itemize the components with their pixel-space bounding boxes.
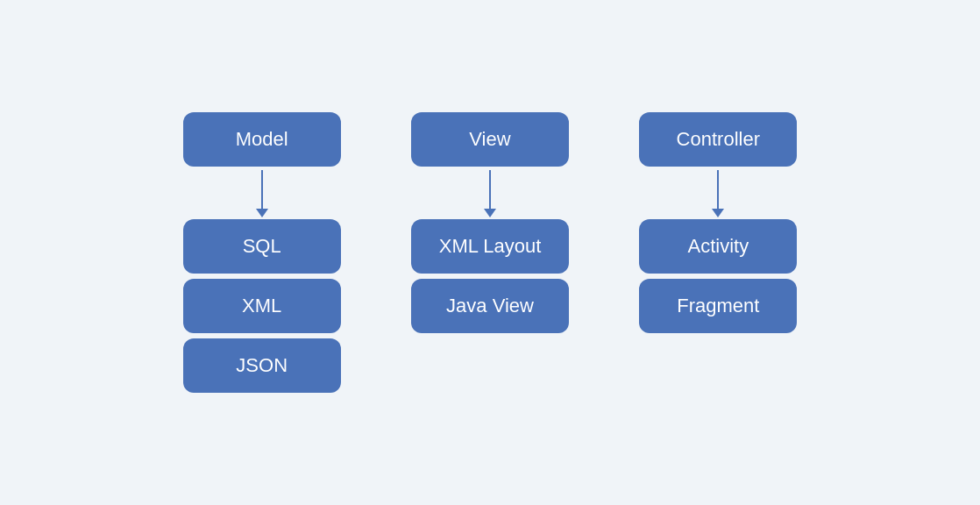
activity-box: Activity — [639, 219, 797, 274]
json-label: JSON — [236, 354, 288, 376]
controller-arrow — [712, 167, 724, 219]
view-label: View — [469, 128, 510, 150]
sql-label: SQL — [243, 235, 281, 257]
model-sub-boxes: SQL XML JSON — [183, 219, 341, 393]
fragment-box: Fragment — [639, 279, 797, 333]
xml-layout-label: XML Layout — [439, 235, 542, 257]
sql-box: SQL — [183, 219, 341, 274]
mvc-diagram: Model SQL XML JSON View XML Layout Java … — [148, 77, 833, 428]
controller-column: Controller Activity Fragment — [639, 112, 797, 333]
controller-box: Controller — [639, 112, 797, 167]
model-column: Model SQL XML JSON — [183, 112, 341, 393]
java-view-box: Java View — [411, 279, 569, 333]
xml-label: XML — [242, 295, 281, 317]
xml-layout-box: XML Layout — [411, 219, 570, 274]
model-arrow — [256, 167, 268, 219]
activity-label: Activity — [687, 235, 749, 257]
view-sub-boxes: XML Layout Java View — [411, 219, 570, 333]
model-box: Model — [183, 112, 341, 167]
model-label: Model — [236, 128, 288, 150]
xml-box: XML — [183, 279, 341, 333]
controller-label: Controller — [677, 128, 760, 150]
view-box: View — [411, 112, 569, 167]
controller-sub-boxes: Activity Fragment — [639, 219, 797, 333]
view-column: View XML Layout Java View — [411, 112, 570, 333]
java-view-label: Java View — [446, 295, 534, 317]
fragment-label: Fragment — [677, 295, 759, 317]
view-arrow — [484, 167, 496, 219]
json-box: JSON — [183, 338, 341, 393]
